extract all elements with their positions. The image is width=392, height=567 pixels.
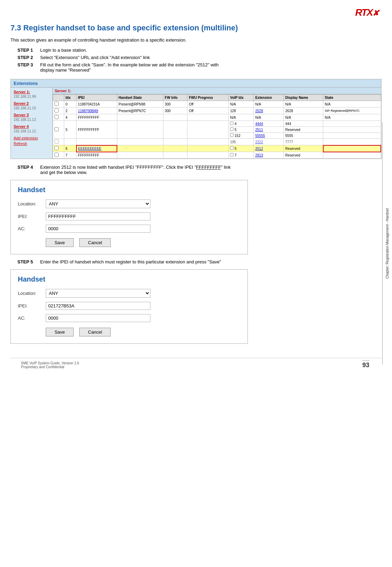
refresh-link[interactable]: Refresh <box>14 141 50 146</box>
btn-row-2: Save Cancel <box>18 328 241 336</box>
logo-area: RTX✘ <box>10 3 382 20</box>
location-label-2: Location: <box>18 291 46 296</box>
cell-fwu: Off <box>187 101 229 108</box>
col-display-name: Display Name <box>284 95 323 101</box>
extension-link[interactable]: 2528 <box>255 109 263 113</box>
cell-idx: 7 <box>64 152 76 159</box>
cell-voip-idx: 5 <box>229 145 254 152</box>
cell-fw-info <box>163 145 187 152</box>
row-checkbox[interactable] <box>54 146 59 150</box>
row-checkbox[interactable] <box>54 127 59 131</box>
cell-voip-idx: 195 <box>229 139 254 145</box>
cell-idx: 6 <box>64 145 76 152</box>
row-checkbox[interactable] <box>54 102 59 106</box>
cell-handset-state <box>117 145 163 152</box>
step3: STEP 3 Fill out the form and click "Save… <box>10 62 382 73</box>
footer-left: SME VoIP System Guide, Version 2.6 Propr… <box>21 361 79 369</box>
handset-title-1: Handset <box>18 186 241 194</box>
cell-state <box>323 133 381 139</box>
handset-title-2: Handset <box>18 275 241 283</box>
step2: STEP 2 Select "Extensions" URL and click… <box>10 55 382 60</box>
server1-ip: 192.168.11.99 <box>14 95 50 99</box>
server2-ip: 192.168.11.10 <box>14 106 50 110</box>
cell-handset-state <box>117 121 163 139</box>
add-extension-link[interactable]: Add extension <box>14 136 50 140</box>
table-row: 5 FFFFFFFFFF 4 4444 444 <box>53 121 381 127</box>
cell-ipei: 1188700BA9 <box>76 108 117 114</box>
cell-voip-idx: 5 <box>229 127 254 133</box>
step1-content: Login to a base station. <box>40 48 382 53</box>
ipei-label-1: IPEI: <box>18 214 46 219</box>
extensions-table: Idx IPEI Handset State FW Info FWU Progr… <box>53 94 381 159</box>
save-button-2[interactable]: Save <box>46 328 74 336</box>
row-checkbox[interactable] <box>54 108 59 112</box>
row-checkbox[interactable] <box>54 153 59 157</box>
extensions-table-area: Server 1: Idx IPEI Handset State FW Info… <box>53 88 381 159</box>
cell-state <box>323 139 381 145</box>
cell-idx: 0 <box>64 101 76 108</box>
server4-link[interactable]: Server 4 <box>14 124 50 129</box>
step4: STEP 4 Extension 2512 is now listed with… <box>10 165 382 175</box>
ipei-input-1[interactable] <box>46 212 150 220</box>
voip-check[interactable] <box>230 122 234 125</box>
cell-idx: 2 <box>64 108 76 114</box>
cell-state: N/A <box>323 101 381 108</box>
ipei-link-highlighted[interactable]: EEEEEEEEEE <box>78 147 102 151</box>
row-checkbox[interactable] <box>54 115 59 119</box>
extension-link[interactable]: 2222 <box>255 140 263 144</box>
save-button-1[interactable]: Save <box>46 238 74 247</box>
cell-idx: 4 <box>64 114 76 121</box>
col-handset-state: Handset State <box>117 95 163 101</box>
ac-row-1: AC: <box>18 225 241 233</box>
cell-ipei: FFFFFFFFFF <box>76 114 117 121</box>
cell-display-name: 5555 <box>284 133 323 139</box>
ac-label-2: AC: <box>18 315 46 321</box>
cell-fw-info <box>163 139 187 145</box>
col-voip-idx: VoIP Idx <box>229 95 254 101</box>
extension-link[interactable]: 4444 <box>255 122 263 126</box>
ac-input-1[interactable] <box>46 225 150 233</box>
step4-label: STEP 4 <box>17 165 40 175</box>
cell-state: SIP Registered@RPN7C <box>323 108 381 114</box>
voip-check[interactable] <box>230 153 234 157</box>
col-state: State <box>323 95 381 101</box>
step1-label: STEP 1 <box>17 48 40 53</box>
server2-link[interactable]: Server 2 <box>14 101 50 106</box>
voip-check[interactable] <box>230 128 234 131</box>
cell-ipei: EEEEEEEEEE <box>76 145 117 152</box>
ac-input-2[interactable] <box>46 314 150 322</box>
cell-fw-info: 300 <box>163 108 187 114</box>
cell-state <box>323 152 381 159</box>
location-select-wrapper-2: ANY <box>46 289 150 298</box>
ac-row-2: AC: <box>18 314 241 322</box>
cell-voip-idx: 152 <box>229 133 254 139</box>
location-select-2[interactable]: ANY <box>46 289 150 298</box>
col-check <box>53 95 64 101</box>
voip-check[interactable] <box>230 133 234 137</box>
section-title: 7.3 Register handset to base and specifi… <box>10 23 382 32</box>
cell-voip-idx: 7 <box>229 152 254 159</box>
location-select-1[interactable]: ANY <box>46 199 150 208</box>
extension-link[interactable]: 2511 <box>255 128 263 132</box>
cell-fwu <box>187 152 229 159</box>
cell-extension: 2512 <box>254 145 284 152</box>
extension-link[interactable]: 55555 <box>255 134 265 138</box>
extension-link-highlighted[interactable]: 2512 <box>255 147 263 151</box>
ipei-link[interactable]: 1188700BA9 <box>78 109 98 113</box>
step1: STEP 1 Login to a base station. <box>10 48 382 53</box>
cancel-button-1[interactable]: Cancel <box>79 238 111 247</box>
cell-display-name: N/A <box>284 101 323 108</box>
row-checkbox[interactable] <box>54 139 59 144</box>
ipei-input-2[interactable] <box>46 302 150 310</box>
server3-link[interactable]: Server 3 <box>14 113 50 117</box>
page-number: 93 <box>362 362 369 369</box>
cell-extension: 2528 <box>254 108 284 114</box>
cancel-button-2[interactable]: Cancel <box>79 328 111 336</box>
cell-display-name: 7777 <box>284 139 323 145</box>
step5: STEP 5 Enter the IPEI of handset which m… <box>10 259 382 264</box>
cell-extension: 55555 <box>254 133 284 139</box>
server1-link[interactable]: Server 1: <box>14 90 50 94</box>
ipei-row-1: IPEI: <box>18 212 241 220</box>
extension-link[interactable]: 2913 <box>255 153 263 157</box>
voip-check[interactable] <box>230 146 234 150</box>
